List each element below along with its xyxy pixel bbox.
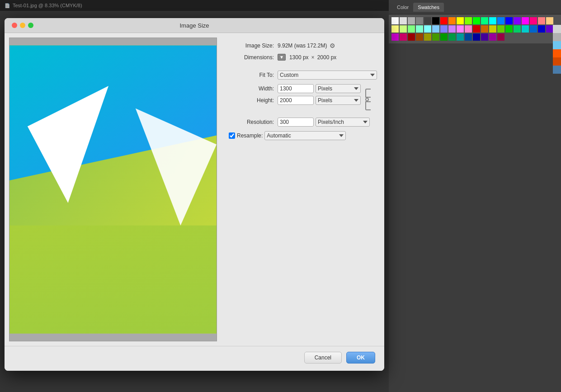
tab-color[interactable]: Color	[392, 3, 413, 12]
dimensions-toggle[interactable]: ▼	[278, 54, 286, 61]
resample-checkbox[interactable]	[229, 132, 235, 139]
swatch-item[interactable]	[473, 17, 480, 24]
resample-label: Resample:	[237, 132, 263, 139]
swatch-item[interactable]	[416, 25, 423, 33]
swatch-item[interactable]	[553, 57, 561, 66]
swatch-item[interactable]	[432, 17, 439, 24]
swatch-item[interactable]	[546, 17, 553, 24]
resolution-unit-select[interactable]: Pixels/InchPixels/Centimeter	[316, 118, 370, 127]
dialog-body: Image Size: 9.92M (was 172.2M) ⚙ Dimensi…	[5, 33, 384, 346]
fit-to-select[interactable]: CustomOriginal SizeScreen Resolution2560…	[278, 71, 377, 80]
swatch-item[interactable]	[489, 17, 496, 24]
swatch-item[interactable]	[424, 25, 431, 33]
swatch-item[interactable]	[465, 33, 472, 41]
image-size-label: Image Size:	[229, 43, 274, 49]
swatch-item[interactable]	[553, 49, 561, 57]
width-label: Width:	[229, 85, 274, 92]
width-input[interactable]	[278, 84, 314, 93]
cancel-button[interactable]: Cancel	[304, 352, 342, 364]
swatch-item[interactable]	[505, 17, 513, 24]
maximize-button[interactable]	[28, 23, 33, 28]
swatch-item[interactable]	[408, 17, 415, 24]
swatch-item[interactable]	[481, 33, 488, 41]
image-size-value: 9.92M (was 172.2M)	[278, 43, 327, 49]
gear-button[interactable]: ⚙	[330, 42, 335, 49]
swatch-item[interactable]	[481, 17, 488, 24]
swatch-item[interactable]	[497, 33, 504, 41]
swatch-item[interactable]	[457, 17, 464, 24]
swatch-item[interactable]	[538, 17, 545, 24]
swatch-item[interactable]	[514, 17, 521, 24]
resolution-row: Resolution: Pixels/InchPixels/Centimeter	[229, 118, 377, 127]
dimensions-label: Dimensions:	[229, 54, 274, 61]
swatch-item[interactable]	[473, 25, 480, 33]
swatch-item[interactable]	[408, 33, 415, 41]
height-unit-select[interactable]: PixelsInchesCentimetersMillimetersPoints…	[316, 96, 361, 105]
swatches-grid	[389, 14, 561, 43]
swatch-item[interactable]	[546, 25, 553, 33]
width-unit-select[interactable]: PixelsInchesCentimetersMillimetersPoints…	[316, 84, 361, 93]
resample-row: Resample: AutomaticPreserve DetailsBicub…	[229, 131, 377, 140]
swatch-item[interactable]	[465, 17, 472, 24]
swatch-item[interactable]	[424, 17, 431, 24]
swatch-item[interactable]	[457, 25, 464, 33]
swatch-item[interactable]	[448, 33, 456, 41]
swatch-item[interactable]	[448, 17, 456, 24]
tab-swatches[interactable]: Swatches	[413, 3, 444, 12]
dimensions-values: ▼ 1300 px × 2000 px	[278, 54, 336, 61]
swatch-item[interactable]	[408, 25, 415, 33]
swatch-item[interactable]	[497, 25, 504, 33]
resolution-input[interactable]	[278, 118, 314, 127]
swatch-item[interactable]	[538, 25, 545, 33]
swatch-item[interactable]	[522, 25, 529, 33]
swatch-item[interactable]	[448, 25, 456, 33]
swatch-item[interactable]	[440, 25, 448, 33]
svg-rect-11	[9, 226, 217, 334]
swatch-item[interactable]	[481, 25, 488, 33]
fit-to-label: Fit To:	[229, 72, 274, 78]
fit-to-row: Fit To: CustomOriginal SizeScreen Resolu…	[229, 71, 377, 80]
width-height-inputs: Width: PixelsInchesCentimetersMillimeter…	[229, 84, 361, 105]
swatch-item[interactable]	[391, 17, 399, 24]
close-button[interactable]	[12, 23, 17, 28]
minimize-button[interactable]	[20, 23, 25, 28]
panel-tabs: Color Swatches	[389, 0, 561, 14]
swatch-item[interactable]	[440, 33, 448, 41]
swatch-item[interactable]	[416, 33, 423, 41]
height-input[interactable]	[278, 96, 314, 105]
swatch-item[interactable]	[391, 25, 399, 33]
swatch-item[interactable]	[416, 17, 423, 24]
swatch-item[interactable]	[465, 25, 472, 33]
swatch-item[interactable]	[553, 25, 561, 33]
swatch-item[interactable]	[489, 33, 496, 41]
image-size-dialog: Image Size	[5, 18, 384, 371]
image-size-row: Image Size: 9.92M (was 172.2M) ⚙	[229, 42, 377, 49]
swatch-item[interactable]	[400, 25, 407, 33]
swatch-item[interactable]	[440, 17, 448, 24]
swatch-item[interactable]	[522, 17, 529, 24]
swatch-item[interactable]	[530, 25, 537, 33]
swatch-item[interactable]	[424, 33, 431, 41]
swatch-item[interactable]	[432, 25, 439, 33]
swatch-item[interactable]	[432, 33, 439, 41]
swatch-item[interactable]	[400, 33, 407, 41]
resolution-label: Resolution:	[229, 119, 274, 125]
swatch-item[interactable]	[497, 17, 504, 24]
swatch-item[interactable]	[400, 17, 407, 24]
swatch-item[interactable]	[530, 17, 537, 24]
swatch-item[interactable]	[553, 66, 561, 74]
ok-button[interactable]: OK	[346, 352, 375, 364]
swatch-item[interactable]	[457, 33, 464, 41]
traffic-lights	[12, 23, 33, 28]
swatch-item[interactable]	[505, 25, 513, 33]
swatch-item[interactable]	[473, 33, 480, 41]
swatches-panel: Color Swatches	[389, 0, 561, 392]
swatch-item[interactable]	[489, 25, 496, 33]
swatch-item[interactable]	[514, 25, 521, 33]
resample-select[interactable]: AutomaticPreserve DetailsBicubic Smoothe…	[264, 131, 346, 140]
dimensions-width: 1300 px	[289, 54, 309, 61]
swatch-item[interactable]	[553, 41, 561, 49]
swatch-item[interactable]	[553, 33, 561, 41]
swatch-item[interactable]	[391, 33, 399, 41]
dimensions-x: ×	[311, 54, 315, 61]
